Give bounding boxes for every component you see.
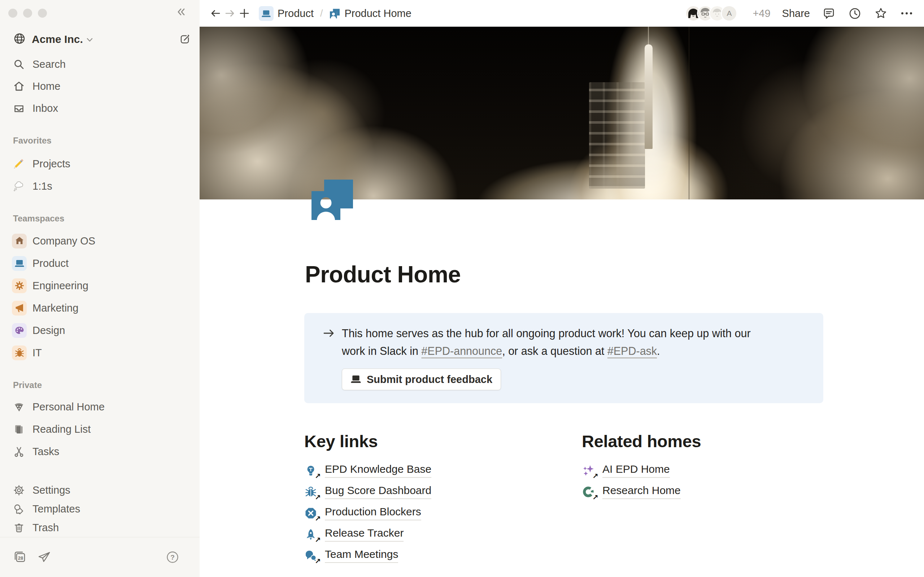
sidebar-item-1-1s[interactable]: 1:1s: [0, 175, 200, 197]
ellipsis-icon: [900, 7, 913, 20]
sidebar-item-templates[interactable]: Templates: [0, 500, 200, 518]
page-content: Product Home This home serves as the hub…: [200, 200, 924, 577]
sidebar-item-marketing[interactable]: Marketing: [0, 297, 200, 319]
sidebar-item-label: Search: [32, 58, 66, 70]
gear-outline-icon: [13, 484, 24, 496]
updates-button[interactable]: [848, 6, 862, 21]
section-label-teamspaces[interactable]: Teamspaces: [13, 213, 200, 224]
zoom-window-button[interactable]: [38, 9, 47, 18]
submit-feedback-button[interactable]: Submit product feedback: [342, 369, 501, 390]
more-options-button[interactable]: [900, 6, 914, 21]
sidebar-item-trash[interactable]: Trash: [0, 518, 200, 537]
key-links-column: Key links ↗ EPD Knowledge Base ↗ Bug Sco…: [304, 431, 546, 566]
section-label-favorites[interactable]: Favorites: [13, 135, 200, 146]
sidebar-item-search[interactable]: Search: [0, 53, 200, 76]
external-link-arrow-icon: ↗: [592, 472, 598, 480]
link-release-tracker[interactable]: ↗ Release Tracker: [304, 524, 546, 545]
sidebar-item-label: Projects: [32, 158, 70, 170]
member-avatars[interactable]: A: [685, 5, 737, 22]
sidebar-item-reading-list[interactable]: Reading List: [0, 418, 200, 440]
sidebar-item-it[interactable]: IT: [0, 342, 200, 364]
comments-button[interactable]: [822, 6, 836, 21]
calendar-button[interactable]: 28: [12, 550, 27, 564]
avatar-more[interactable]: A: [721, 5, 737, 22]
sidebar-item-settings[interactable]: Settings: [0, 481, 200, 500]
comment-icon: [822, 7, 835, 20]
sidebar-item-tasks[interactable]: Tasks: [0, 440, 200, 463]
paper-plane-icon: [37, 550, 51, 564]
callout-body: This home serves as the hub for all ongo…: [342, 324, 810, 390]
link-bug-score-dashboard[interactable]: ↗ Bug Score Dashboard: [304, 481, 546, 502]
contact-card-icon: [329, 8, 340, 19]
launch-tower: [589, 82, 645, 189]
sidebar-item-home[interactable]: Home: [0, 76, 200, 97]
arrow-right-icon: [224, 7, 236, 19]
sidebar-item-projects[interactable]: Projects: [0, 153, 200, 175]
sidebar-item-product[interactable]: Product: [0, 252, 200, 274]
sidebar-item-personal-home[interactable]: Personal Home: [0, 396, 200, 418]
sidebar-bottom-bar: 28 ?: [0, 537, 200, 577]
page-icon-contact-card[interactable]: [312, 180, 353, 220]
megaphone-icon: [12, 301, 27, 316]
blocked-icon: ↗: [304, 507, 317, 520]
private-list: Personal Home Reading List Tasks: [0, 396, 200, 463]
topbar: Product / Product Home: [200, 0, 924, 27]
house-icon: [12, 234, 27, 248]
slack-link-epd-ask[interactable]: #EPD-ask: [607, 345, 657, 357]
search-icon: [13, 59, 24, 70]
new-tab-button[interactable]: [237, 6, 252, 21]
bug-icon: ↗: [304, 485, 317, 498]
bug-icon: [12, 345, 27, 360]
related-homes-column: Related homes ↗ AI EPD Home ↗ Research H…: [582, 431, 823, 566]
sidebar-item-label: Tasks: [32, 446, 59, 458]
callout-text: This home serves as the hub for all ongo…: [342, 324, 810, 360]
slack-link-epd-announce[interactable]: #EPD-announce: [421, 345, 502, 357]
home-icon: [13, 81, 24, 92]
callout-line2-end: .: [657, 345, 660, 357]
breadcrumb-product[interactable]: Product: [257, 5, 316, 23]
link-production-blockers[interactable]: ↗ Production Blockers: [304, 502, 546, 524]
link-label: EPD Knowledge Base: [325, 463, 431, 478]
link-team-meetings[interactable]: ↗ Team Meetings: [304, 545, 546, 566]
related-homes-heading[interactable]: Related homes: [582, 431, 823, 451]
breadcrumb-product-home[interactable]: Product Home: [327, 6, 413, 21]
inbox-icon: [13, 103, 24, 114]
sidebar-item-inbox[interactable]: Inbox: [0, 97, 200, 119]
sidebar-item-engineering[interactable]: Engineering: [0, 274, 200, 297]
book-icon: [13, 423, 24, 435]
clock-icon: [848, 7, 861, 20]
sidebar-item-label: Marketing: [32, 302, 78, 314]
forward-button[interactable]: [223, 6, 237, 21]
collapse-sidebar-button[interactable]: [175, 6, 187, 19]
link-label: AI EPD Home: [603, 463, 670, 478]
callout-line2-start: work in Slack in: [342, 345, 421, 357]
workspace-switcher[interactable]: Acme Inc.: [11, 29, 194, 49]
sparkles-icon: ↗: [582, 464, 595, 477]
sidebar-item-design[interactable]: Design: [0, 319, 200, 342]
sidebar: Acme Inc. Search Home Inbox Favorite: [0, 0, 200, 577]
link-epd-knowledge-base[interactable]: ↗ EPD Knowledge Base: [304, 460, 546, 481]
share-button[interactable]: Share: [782, 8, 810, 19]
section-label-private[interactable]: Private: [13, 380, 200, 390]
back-button[interactable]: [208, 6, 223, 21]
key-links-heading[interactable]: Key links: [304, 431, 546, 451]
page-title[interactable]: Product Home: [305, 261, 924, 288]
favorites-list: Projects 1:1s: [0, 153, 200, 197]
members-overflow-count[interactable]: +49: [753, 8, 770, 19]
link-label: Bug Score Dashboard: [325, 484, 431, 499]
sidebar-item-label: 1:1s: [32, 180, 52, 192]
sidebar-item-company-os[interactable]: Company OS: [0, 230, 200, 252]
invite-button[interactable]: [37, 550, 51, 564]
new-page-button[interactable]: [179, 33, 192, 46]
window-controls: [8, 9, 47, 18]
sidebar-item-label: IT: [32, 347, 42, 359]
link-ai-epd-home[interactable]: ↗ AI EPD Home: [582, 460, 823, 481]
favorite-button[interactable]: [874, 6, 888, 21]
link-research-home[interactable]: ↗ Research Home: [582, 481, 823, 502]
help-button[interactable]: ?: [166, 550, 179, 564]
close-window-button[interactable]: [8, 9, 17, 18]
external-link-arrow-icon: ↗: [315, 515, 321, 522]
minimize-window-button[interactable]: [23, 9, 32, 18]
external-link-arrow-icon: ↗: [592, 494, 598, 501]
link-label: Research Home: [603, 484, 681, 499]
